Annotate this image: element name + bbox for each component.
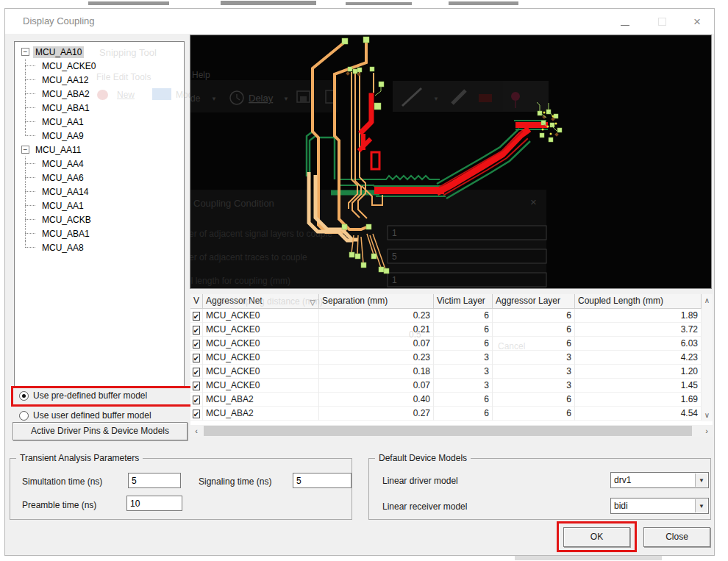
tree-child-item[interactable]: MCU_ABA1: [18, 101, 184, 115]
radio-selected-icon[interactable]: [19, 391, 29, 401]
aggressor-layer-cell: 6: [493, 323, 575, 337]
tree-item-label[interactable]: MCU_AA6: [40, 172, 86, 184]
tree-child-item[interactable]: MCU_AA1: [18, 115, 184, 129]
column-header-coupled-length-mm-[interactable]: Coupled Length (mm): [575, 294, 702, 309]
default-device-models-group: Default Device Models Linear driver mode…: [368, 458, 711, 520]
tree-item-label[interactable]: MCU_ABA2: [40, 88, 92, 100]
table-row[interactable]: ✔MCU_ACKE00.07666.03: [190, 337, 702, 351]
scroll-down-icon[interactable]: ∨: [702, 411, 713, 419]
vertical-scrollbar[interactable]: ∧ ∨: [702, 294, 713, 421]
preamble-time-input[interactable]: [126, 496, 182, 511]
maximize-icon: [658, 18, 666, 26]
tree-item-label[interactable]: MCU_ABA1: [40, 228, 92, 240]
scroll-right-icon[interactable]: ›: [701, 426, 713, 435]
linear-driver-model-select[interactable]: drv1 ▼: [610, 472, 709, 488]
tree-item-label[interactable]: MCU_AA14: [40, 186, 90, 198]
tree-child-item[interactable]: MCU_AA12: [18, 73, 184, 87]
close-window-button[interactable]: ×: [686, 15, 708, 29]
tree-item-label[interactable]: MCU_AA1: [40, 116, 86, 128]
table-row[interactable]: ✔MCU_ACKE00.23661.89: [190, 309, 702, 323]
column-header-v[interactable]: V: [190, 294, 203, 309]
tree-child-item[interactable]: MCU_AA4: [18, 157, 184, 171]
ghost-field-label: Max number of adjacent traces to couple: [190, 252, 307, 262]
table-row[interactable]: ✔MCU_ACKE00.23334.23: [190, 351, 702, 365]
horizontal-scrollbar[interactable]: ‹ ›: [190, 425, 713, 437]
tree-item-label[interactable]: MCU_ACKB: [40, 214, 93, 226]
visibility-cell: ✔: [190, 323, 203, 337]
row-checkbox[interactable]: ✔: [193, 368, 200, 376]
radio-unselected-icon[interactable]: [19, 411, 29, 421]
tree-root-item[interactable]: −MCU_AA10: [18, 45, 184, 59]
tree-child-item[interactable]: MCU_AA14: [18, 185, 184, 199]
ok-button[interactable]: OK: [563, 527, 630, 547]
tree-child-item[interactable]: MCU_ABA2: [18, 87, 184, 101]
table-row[interactable]: ✔MCU_ABA20.27664.54: [190, 407, 702, 421]
linear-receiver-model-select[interactable]: bidi ▼: [610, 498, 709, 514]
collapse-icon[interactable]: −: [21, 146, 29, 154]
tree-connector: [18, 115, 40, 129]
column-header-separation-mm-[interactable]: Separation (mm): [319, 294, 434, 309]
table-row[interactable]: ✔MCU_ABA20.40661.69: [190, 393, 702, 407]
maximize-button[interactable]: [651, 15, 673, 29]
scroll-left-icon[interactable]: ‹: [190, 426, 202, 435]
tree-child-item[interactable]: MCU_ACKE0: [18, 59, 184, 73]
title-bar[interactable]: Display Coupling ×: [5, 9, 714, 34]
dropdown-icon[interactable]: ▼: [695, 499, 707, 512]
ghost-field-value: 5: [392, 251, 397, 262]
active-driver-pins-button[interactable]: Active Driver Pins & Device Models: [13, 422, 188, 440]
row-checkbox[interactable]: ✔: [193, 382, 200, 390]
tree-item-label[interactable]: MCU_AA8: [40, 242, 86, 254]
tree-item-label[interactable]: MCU_AA4: [40, 158, 86, 170]
radio-user-defined-buffer-model[interactable]: Use user defined buffer model: [19, 410, 151, 421]
tree-child-item[interactable]: MCU_AA8: [18, 240, 184, 254]
table-header-row[interactable]: VAggressor Net▽Separation (mm)Victim Lay…: [190, 294, 702, 309]
row-checkbox[interactable]: ✔: [193, 340, 200, 349]
tree-child-item[interactable]: MCU_AA6: [18, 171, 184, 185]
ghost-delay-button: Delay: [249, 93, 274, 104]
tree-item-label[interactable]: MCU_AA10: [33, 46, 84, 58]
signaling-time-input[interactable]: [293, 473, 351, 488]
aggressor-layer-cell: 6: [493, 337, 575, 351]
row-checkbox[interactable]: ✔: [193, 326, 200, 335]
screenshot-artifact: [449, 1, 518, 5]
sort-descending-icon[interactable]: ▽: [310, 296, 315, 309]
table-row[interactable]: ✔MCU_ACKE00.21663.72: [190, 323, 702, 337]
table-row[interactable]: ✔MCU_ACKE00.07331.45: [190, 379, 702, 393]
preamble-time-label: Preamble time (ns): [22, 500, 96, 510]
tree-item-label[interactable]: MCU_ACKE0: [40, 60, 98, 72]
pcb-trace-view[interactable]: Help de ▼ Delay ▼ ▼ Coupling Con: [190, 35, 712, 289]
tree-connector: [18, 199, 40, 212]
tree-child-item[interactable]: MCU_ABA1: [18, 226, 184, 240]
tree-child-item[interactable]: MCU_AA9: [18, 129, 184, 143]
scrollbar-thumb[interactable]: [204, 426, 692, 436]
visibility-cell: ✔: [190, 309, 203, 323]
tree-item-label[interactable]: MCU_AA1: [40, 200, 86, 212]
row-checkbox[interactable]: ✔: [193, 312, 200, 321]
tree-child-item[interactable]: MCU_AA1: [18, 199, 184, 212]
column-header-aggressor-net[interactable]: Aggressor Net▽: [203, 294, 319, 309]
net-tree[interactable]: −MCU_AA10MCU_ACKE0MCU_AA12MCU_ABA2MCU_AB…: [14, 41, 185, 387]
row-checkbox[interactable]: ✔: [193, 354, 200, 362]
radio-predefined-buffer-model[interactable]: Use pre-defined buffer model: [19, 390, 147, 401]
dropdown-icon[interactable]: ▼: [695, 474, 707, 487]
tree-root-item[interactable]: −MCU_AA11: [18, 143, 184, 157]
table-row[interactable]: ✔MCU_ACKE00.18331.20: [190, 365, 702, 379]
tree-item-label[interactable]: MCU_AA9: [40, 130, 86, 142]
close-button[interactable]: Close: [643, 527, 710, 547]
coupling-table[interactable]: VAggressor Net▽Separation (mm)Victim Lay…: [190, 294, 713, 437]
tree-item-label[interactable]: MCU_AA12: [40, 74, 90, 86]
table-body[interactable]: ✔MCU_ACKE00.23661.89✔MCU_ACKE00.21663.72…: [190, 309, 702, 421]
row-checkbox[interactable]: ✔: [193, 396, 200, 404]
scroll-up-icon[interactable]: ∧: [702, 296, 713, 304]
pcb-traces: Help de ▼ Delay ▼ ▼ Coupling Con: [190, 35, 711, 288]
tree-item-label[interactable]: MCU_ABA1: [40, 102, 92, 114]
simulation-time-input[interactable]: [128, 473, 181, 488]
collapse-icon[interactable]: −: [21, 48, 29, 56]
minimize-button[interactable]: [614, 15, 636, 29]
column-header-aggressor-layer[interactable]: Aggressor Layer: [493, 294, 575, 309]
tree-child-item[interactable]: MCU_ACKB: [18, 212, 184, 226]
column-header-victim-layer[interactable]: Victim Layer: [434, 294, 493, 309]
tree-item-label[interactable]: MCU_AA11: [33, 144, 83, 156]
ghost-dialog-title: Coupling Condition: [193, 198, 274, 209]
row-checkbox[interactable]: ✔: [193, 410, 200, 418]
